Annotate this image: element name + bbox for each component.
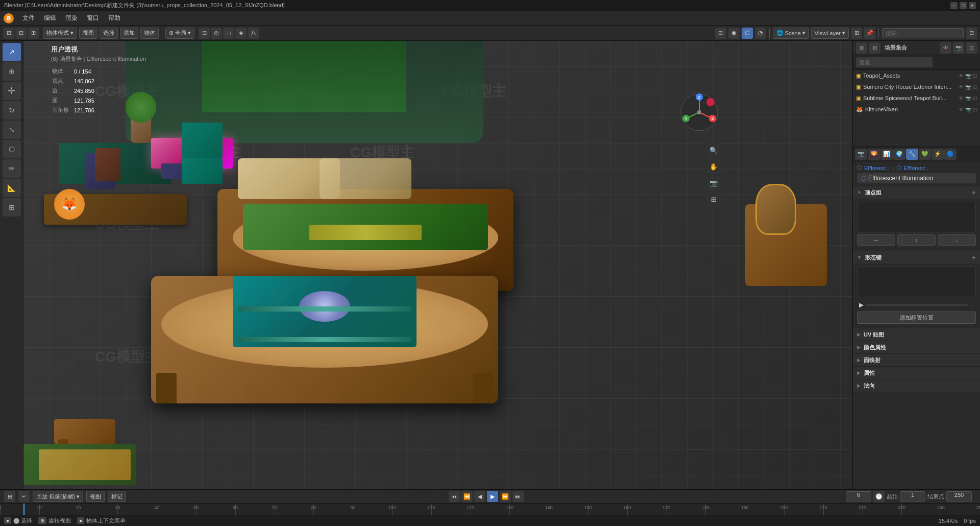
shape-key-slider[interactable] — [866, 304, 968, 306]
cam-icon-3[interactable]: 📷 — [965, 95, 971, 101]
outliner-cam-btn[interactable]: 📷 — [953, 42, 964, 54]
color-attr-header[interactable]: ▶ 颜色属性 — [853, 341, 980, 353]
scene-item-teapot[interactable]: ▣ Teapot_Assets 👁 📷 ⊡ — [853, 70, 980, 81]
editor-type-button[interactable]: ⊞ — [851, 28, 862, 39]
timeline-view-btn[interactable]: 视图 — [86, 491, 105, 502]
scene-item-kitsune[interactable]: 🦊 KitsuneVixen 👁 📷 ⊡ — [853, 104, 980, 115]
overlay-options-button[interactable]: ◔ — [755, 28, 766, 39]
proportional-edit-button[interactable]: ◎ — [211, 28, 222, 39]
jump-start-btn[interactable]: ⏮ — [449, 491, 460, 502]
object-menu-button[interactable]: 物体 — [140, 28, 159, 39]
clock-btn[interactable]: 🕐 — [873, 491, 885, 502]
timeline-type-btn[interactable]: ⊞ — [4, 491, 15, 502]
shape-keys-header[interactable]: ▼ 形态键 + — [853, 251, 980, 264]
zoom-in-button[interactable]: 🔍 — [706, 143, 721, 157]
viewport-shading-material[interactable]: ◉ — [728, 28, 740, 39]
eye-icon-4[interactable]: 👁 — [959, 107, 964, 112]
select-tool-button[interactable]: ↗ — [3, 43, 21, 61]
menu-render[interactable]: 渲染 — [61, 13, 82, 23]
timeline-back-btn[interactable]: ↩ — [18, 491, 30, 502]
search-input-area[interactable] — [882, 28, 964, 38]
prop-tab-modifier[interactable]: 💚 — [919, 149, 931, 160]
transform-tool-button[interactable]: ⬡ — [3, 140, 21, 158]
scene-selector[interactable]: 🌐 Scene ▾ — [773, 28, 809, 39]
timeline-marker-btn[interactable]: 标记 — [108, 491, 126, 502]
cam-icon-2[interactable]: 📷 — [965, 84, 971, 90]
timeline-playback-btn[interactable]: 回放 拟像(插帧) ▾ — [33, 491, 83, 502]
timeline-ruler[interactable]: 0102030405060708090100110120130140150160… — [0, 504, 980, 515]
vertex-groups-header[interactable]: ▼ 顶点组 + — [853, 186, 980, 199]
search-input[interactable] — [883, 29, 963, 38]
eye-icon-3[interactable]: 👁 — [959, 95, 964, 101]
shape-keys-add[interactable]: + — [972, 253, 976, 261]
overlay-button[interactable]: 八 — [248, 28, 259, 39]
jump-end-btn[interactable]: ⏭ — [512, 491, 524, 502]
eye-icon-2[interactable]: 👁 — [959, 84, 964, 90]
current-frame-input[interactable]: 6 — [846, 491, 871, 501]
cam-icon-1[interactable]: 📷 — [965, 73, 971, 79]
maximize-button[interactable]: □ — [960, 2, 967, 9]
prop-tab-world[interactable]: 🌍 — [893, 149, 905, 160]
normals-header[interactable]: ▶ 法向 — [853, 379, 980, 392]
viewport-quad-icon[interactable]: ⊞ — [28, 28, 39, 39]
prop-tab-particles[interactable]: ⚡ — [932, 149, 944, 160]
prop-tab-object[interactable]: 🔧 — [906, 149, 918, 160]
render-icon-2[interactable]: ⊡ — [973, 84, 977, 90]
next-keyframe-btn[interactable]: ⏩ — [500, 491, 511, 502]
play-reverse-btn[interactable]: ◀ — [474, 491, 485, 502]
xray-button[interactable]: ◈ — [235, 28, 247, 39]
render-icon-1[interactable]: ⊡ — [973, 73, 977, 79]
outliner-render-btn[interactable]: ⊡ — [966, 42, 977, 54]
prop-tab-render[interactable]: 🌄 — [868, 149, 880, 160]
cursor-tool-button[interactable]: ⊕ — [3, 62, 21, 81]
playback-arrow[interactable]: ▶ — [859, 301, 864, 308]
view-layer-selector[interactable]: ViewLayer ▾ — [811, 28, 849, 39]
vg-action-3[interactable]: ↓ — [938, 234, 976, 246]
eye-icon-1[interactable]: 👁 — [959, 73, 964, 79]
add-tool-button[interactable]: ⊞ — [3, 198, 21, 217]
select-menu-button[interactable]: 选择 — [100, 28, 118, 39]
prev-keyframe-btn[interactable]: ⏪ — [461, 491, 473, 502]
viewport-layout-icon[interactable]: ⊟ — [15, 28, 27, 39]
minimize-button[interactable]: ─ — [950, 2, 958, 9]
viewport-mode-icon[interactable]: ⊞ — [3, 28, 14, 39]
start-frame-input[interactable]: 1 — [900, 491, 925, 501]
menu-edit[interactable]: 编辑 — [40, 13, 60, 23]
add-menu-button[interactable]: 添加 — [120, 28, 138, 39]
pan-tool-button[interactable]: ✋ — [706, 159, 721, 174]
prop-tab-output[interactable]: 📊 — [880, 149, 893, 160]
rph-filter-btn[interactable]: ⊟ — [869, 42, 880, 54]
pin-button[interactable]: 📌 — [864, 28, 875, 39]
face-map-header[interactable]: ▶ 面映射 — [853, 354, 980, 366]
rotate-tool-button[interactable]: ↻ — [3, 101, 21, 119]
scene-item-sublime[interactable]: ▣ Sublime Spicewood Teapot Buil... 👁 📷 ⊡ — [853, 92, 980, 104]
measure-tool-button[interactable]: 📐 — [3, 179, 21, 197]
rph-type-btn[interactable]: ⊞ — [856, 42, 867, 54]
menu-file[interactable]: 文件 — [18, 13, 39, 23]
viewport-shading-solid[interactable]: ⊡ — [715, 28, 726, 39]
vg-action-1[interactable]: ─ — [857, 234, 895, 246]
vg-action-2[interactable]: ↑ — [897, 234, 936, 246]
object-mode-button[interactable]: 物体模式 ▾ — [43, 28, 77, 39]
add-rest-position-btn[interactable]: 添加静置位置 — [857, 312, 976, 324]
menu-help[interactable]: 帮助 — [104, 13, 125, 23]
end-frame-input[interactable]: 250 — [946, 491, 972, 501]
viewport-shading-rendered[interactable]: ⬡ — [742, 28, 753, 39]
prop-tab-physics[interactable]: 🔵 — [944, 149, 957, 160]
outliner-vis-btn[interactable]: 👁 — [940, 42, 951, 54]
render-icon-4[interactable]: ⊡ — [973, 107, 977, 112]
uv-map-header[interactable]: ▶ UV 贴图 — [853, 328, 980, 341]
outliner-search-input[interactable] — [856, 57, 933, 67]
close-button[interactable]: ✕ — [969, 2, 976, 9]
snap-button[interactable]: ⊡ — [199, 28, 210, 39]
menu-window[interactable]: 窗口 — [83, 13, 103, 23]
prop-tab-scene[interactable]: 📷 — [855, 149, 867, 160]
play-btn[interactable]: ▶ — [487, 491, 498, 502]
grid-button[interactable]: ⊞ — [706, 192, 721, 206]
viewport[interactable]: CG模型主 CG模型主 CG模型主 CG模型主 CG模型主 CG模型主 CG模型… — [23, 41, 852, 511]
attr-header[interactable]: ▶ 属性 — [853, 367, 980, 379]
camera-button[interactable]: 📷 — [706, 176, 721, 190]
move-tool-button[interactable]: ✛ — [3, 82, 21, 100]
scene-item-sumeru[interactable]: ▣ Sumeru City House Exterior Interi... 👁… — [853, 81, 980, 92]
scale-tool-button[interactable]: ⤡ — [3, 121, 21, 139]
